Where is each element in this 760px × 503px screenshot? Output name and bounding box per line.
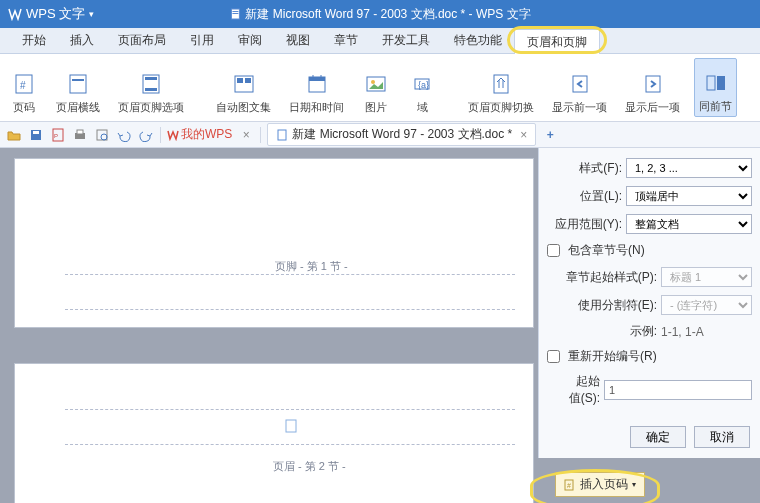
hf-options-icon	[137, 70, 165, 98]
tab-view[interactable]: 视图	[274, 28, 322, 53]
tab-page-layout[interactable]: 页面布局	[106, 28, 178, 53]
hf-toggle-button[interactable]: 页眉页脚切换	[464, 58, 538, 117]
svg-point-34	[101, 134, 107, 140]
document-tab-label: 新建 Microsoft Word 97 - 2003 文档.doc *	[292, 126, 512, 143]
svg-rect-24	[707, 76, 715, 90]
tab-references[interactable]: 引用	[178, 28, 226, 53]
app-dropdown-icon[interactable]: ▾	[89, 9, 94, 19]
quick-access-bar: P 我的WPS × 新建 Microsoft Word 97 - 2003 文档…	[0, 122, 760, 148]
print-preview-icon[interactable]	[94, 127, 110, 143]
chapter-style-select[interactable]: 标题 1	[661, 267, 752, 287]
svg-text:#: #	[567, 482, 571, 489]
position-label: 位置(L):	[547, 188, 622, 205]
start-value-label: 起始值(S):	[565, 373, 600, 407]
insert-page-number-button[interactable]: # 插入页码 ▾	[555, 472, 645, 497]
tab-insert[interactable]: 插入	[58, 28, 106, 53]
wps-logo-icon	[8, 7, 22, 21]
auto-gallery-icon	[230, 70, 258, 98]
tab-special[interactable]: 特色功能	[442, 28, 514, 53]
range-select[interactable]: 整篇文档	[626, 214, 752, 234]
tab-section[interactable]: 章节	[322, 28, 370, 53]
header-line-icon	[64, 70, 92, 98]
svg-text:P: P	[54, 133, 58, 139]
picture-button[interactable]: 图片	[358, 58, 394, 117]
svg-rect-32	[77, 130, 83, 134]
prev-icon	[566, 70, 594, 98]
header-section-2-label: 页眉 - 第 2 节 -	[273, 459, 346, 474]
ribbon: # 页码 页眉横线 页眉页脚选项 自动图文集 日期和时间 图片 {a} 域 页眉…	[0, 54, 760, 122]
svg-rect-14	[309, 77, 325, 81]
footer-section-1-label: 页脚 - 第 1 节 -	[275, 259, 348, 274]
cancel-button[interactable]: 取消	[694, 426, 750, 448]
tab-devtools[interactable]: 开发工具	[370, 28, 442, 53]
include-chapter-label: 包含章节号(N)	[568, 242, 645, 259]
chapter-style-label: 章节起始样式(P):	[565, 269, 657, 286]
include-chapter-checkbox[interactable]	[547, 244, 560, 257]
field-icon: {a}	[408, 70, 436, 98]
print-icon[interactable]	[72, 127, 88, 143]
svg-rect-5	[70, 75, 86, 93]
restart-number-checkbox[interactable]	[547, 350, 560, 363]
svg-rect-25	[717, 76, 725, 90]
hf-toggle-icon	[487, 70, 515, 98]
new-tab-icon[interactable]: +	[542, 127, 558, 143]
page-1: 页脚 - 第 1 节 -	[14, 158, 534, 328]
dropdown-icon: ▾	[632, 480, 636, 489]
svg-rect-8	[145, 77, 157, 80]
same-as-previous-button[interactable]: 同前节	[694, 58, 737, 117]
document-tab-close[interactable]: ×	[520, 128, 527, 142]
svg-point-18	[371, 80, 375, 84]
date-time-button[interactable]: 日期和时间	[285, 58, 348, 117]
doc-icon	[229, 8, 241, 20]
range-label: 应用范围(Y):	[547, 216, 622, 233]
close-icon-small[interactable]: ×	[238, 127, 254, 143]
svg-rect-22	[573, 76, 587, 92]
app-brand: WPS 文字 ▾	[8, 5, 94, 23]
pdf-icon[interactable]: P	[50, 127, 66, 143]
svg-rect-11	[237, 78, 243, 83]
tab-header-footer[interactable]: 页眉和页脚	[514, 29, 600, 54]
wps-w-icon	[167, 129, 179, 141]
page-number-icon: #	[10, 70, 38, 98]
app-name: WPS 文字	[26, 5, 85, 23]
undo-icon[interactable]	[116, 127, 132, 143]
style-label: 样式(F):	[547, 160, 622, 177]
svg-rect-36	[286, 420, 296, 432]
insert-page-number-wrapper: # 插入页码 ▾	[555, 472, 645, 497]
save-icon[interactable]	[28, 127, 44, 143]
title-bar: WPS 文字 ▾ 新建 Microsoft Word 97 - 2003 文档.…	[0, 0, 760, 28]
document-tab[interactable]: 新建 Microsoft Word 97 - 2003 文档.doc * ×	[267, 123, 536, 146]
ok-button[interactable]: 确定	[630, 426, 686, 448]
start-value-input[interactable]	[604, 380, 752, 400]
show-next-button[interactable]: 显示后一项	[621, 58, 684, 117]
document-title: 新建 Microsoft Word 97 - 2003 文档.doc * - W…	[229, 6, 530, 23]
open-icon[interactable]	[6, 127, 22, 143]
position-select[interactable]: 顶端居中	[626, 186, 752, 206]
show-prev-button[interactable]: 显示前一项	[548, 58, 611, 117]
picture-icon	[362, 70, 390, 98]
svg-rect-12	[245, 78, 251, 83]
page-2: 页眉 - 第 2 节 -	[14, 363, 534, 503]
header-line-button[interactable]: 页眉横线	[52, 58, 104, 117]
tab-review[interactable]: 审阅	[226, 28, 274, 53]
svg-rect-23	[646, 76, 660, 92]
svg-text:{a}: {a}	[418, 80, 429, 90]
svg-rect-28	[33, 131, 39, 134]
field-button[interactable]: {a} 域	[404, 58, 440, 117]
redo-icon[interactable]	[138, 127, 154, 143]
example-value: 1-1, 1-A	[661, 325, 752, 339]
ribbon-tabs: 开始 插入 页面布局 引用 审阅 视图 章节 开发工具 特色功能 页眉和页脚	[0, 28, 760, 54]
my-wps-link[interactable]: 我的WPS	[167, 126, 232, 143]
same-prev-icon	[702, 69, 730, 97]
restart-number-label: 重新开始编号(R)	[568, 348, 657, 365]
style-select[interactable]: 1, 2, 3 ...	[626, 158, 752, 178]
svg-rect-2	[232, 13, 238, 14]
next-icon	[639, 70, 667, 98]
page-number-small-icon: #	[564, 479, 576, 491]
separator-select[interactable]: - (连字符)	[661, 295, 752, 315]
auto-gallery-button[interactable]: 自动图文集	[212, 58, 275, 117]
tab-home[interactable]: 开始	[10, 28, 58, 53]
hf-options-button[interactable]: 页眉页脚选项	[114, 58, 188, 117]
svg-rect-1	[232, 11, 238, 12]
page-number-button[interactable]: # 页码	[6, 58, 42, 117]
